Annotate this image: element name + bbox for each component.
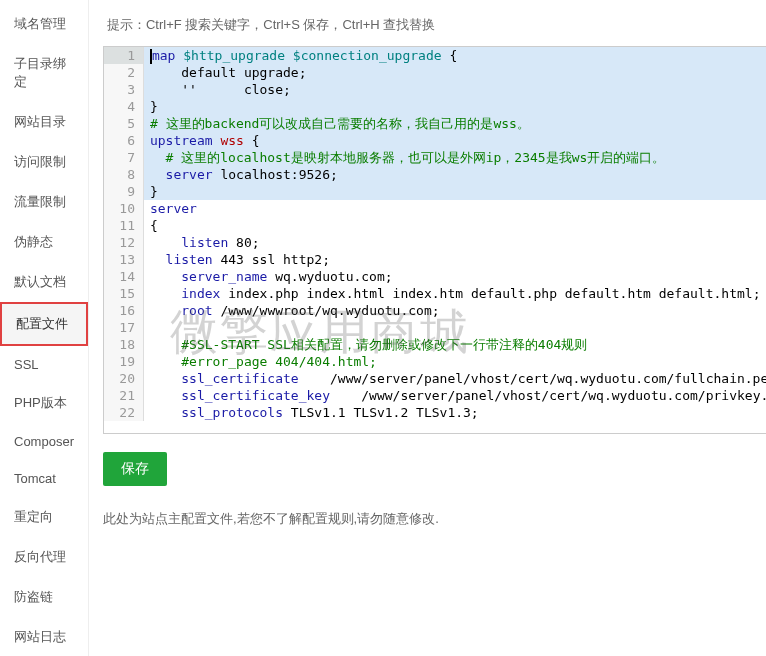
code-line[interactable]: 8 server localhost:9526; [104,166,766,183]
code-content[interactable]: #SSL-START SSL相关配置，请勿删除或修改下一行带注释的404规则 [144,336,766,353]
code-line[interactable]: 22 ssl_protocols TLSv1.1 TLSv1.2 TLSv1.3… [104,404,766,421]
code-content[interactable]: } [144,183,766,200]
code-content[interactable]: map $http_upgrade $connection_upgrade { [144,47,766,64]
sidebar-item[interactable]: 流量限制 [0,182,88,222]
line-number: 18 [104,336,144,353]
main-panel: 提示：Ctrl+F 搜索关键字，Ctrl+S 保存，Ctrl+H 查找替换 1m… [89,0,766,656]
sidebar-item[interactable]: 默认文档 [0,262,88,302]
line-number: 22 [104,404,144,421]
line-number: 9 [104,183,144,200]
line-number: 2 [104,64,144,81]
sidebar-item[interactable]: 网站目录 [0,102,88,142]
code-line[interactable]: 5# 这里的backend可以改成自己需要的名称，我自己用的是wss。 [104,115,766,132]
sidebar-item[interactable]: Tomcat [0,460,88,497]
code-content[interactable]: #error_page 404/404.html; [144,353,766,370]
sidebar: 域名管理子目录绑定网站目录访问限制流量限制伪静态默认文档配置文件SSLPHP版本… [0,0,89,656]
line-number: 11 [104,217,144,234]
code-line[interactable]: 20 ssl_certificate /www/server/panel/vho… [104,370,766,387]
code-line[interactable]: 19 #error_page 404/404.html; [104,353,766,370]
code-line[interactable]: 11{ [104,217,766,234]
code-line[interactable]: 14 server_name wq.wyduotu.com; [104,268,766,285]
code-content[interactable]: root /www/wwwroot/wq.wyduotu.com; [144,302,766,319]
footer-hint: 此处为站点主配置文件,若您不了解配置规则,请勿随意修改. [103,510,766,528]
code-content[interactable]: ssl_certificate /www/server/panel/vhost/… [144,370,766,387]
line-number: 7 [104,149,144,166]
line-number: 12 [104,234,144,251]
sidebar-item[interactable]: 配置文件 [0,302,88,346]
sidebar-item[interactable]: 防盗链 [0,577,88,617]
code-content[interactable]: } [144,98,766,115]
code-content[interactable]: index index.php index.html index.htm def… [144,285,766,302]
sidebar-item[interactable]: SSL [0,346,88,383]
sidebar-item[interactable]: PHP版本 [0,383,88,423]
line-number: 16 [104,302,144,319]
code-content[interactable]: '' close; [144,81,766,98]
code-content[interactable]: # 这里的localhost是映射本地服务器，也可以是外网ip，2345是我ws… [144,149,766,166]
line-number: 14 [104,268,144,285]
line-number: 17 [104,319,144,336]
sidebar-item[interactable]: 访问限制 [0,142,88,182]
code-line[interactable]: 21 ssl_certificate_key /www/server/panel… [104,387,766,404]
code-content[interactable]: # 这里的backend可以改成自己需要的名称，我自己用的是wss。 [144,115,766,132]
code-line[interactable]: 18 #SSL-START SSL相关配置，请勿删除或修改下一行带注释的404规… [104,336,766,353]
code-content[interactable]: upstream wss { [144,132,766,149]
line-number: 3 [104,81,144,98]
sidebar-item[interactable]: Composer [0,423,88,460]
sidebar-item[interactable]: 重定向 [0,497,88,537]
save-button[interactable]: 保存 [103,452,167,486]
line-number: 20 [104,370,144,387]
sidebar-item[interactable]: 子目录绑定 [0,44,88,102]
code-line[interactable]: 1map $http_upgrade $connection_upgrade { [104,47,766,64]
code-line[interactable]: 2 default upgrade; [104,64,766,81]
code-line[interactable]: 9} [104,183,766,200]
code-line[interactable]: 10server [104,200,766,217]
line-number: 21 [104,387,144,404]
code-line[interactable]: 4} [104,98,766,115]
code-line[interactable]: 7 # 这里的localhost是映射本地服务器，也可以是外网ip，2345是我… [104,149,766,166]
code-content[interactable]: listen 80; [144,234,766,251]
line-number: 15 [104,285,144,302]
code-line[interactable]: 16 root /www/wwwroot/wq.wyduotu.com; [104,302,766,319]
line-number: 8 [104,166,144,183]
code-line[interactable]: 15 index index.php index.html index.htm … [104,285,766,302]
sidebar-item[interactable]: 伪静态 [0,222,88,262]
line-number: 10 [104,200,144,217]
line-number: 1 [104,47,144,64]
code-content[interactable]: ssl_certificate_key /www/server/panel/vh… [144,387,766,404]
code-content[interactable] [144,319,766,336]
line-number: 4 [104,98,144,115]
code-line[interactable]: 3 '' close; [104,81,766,98]
code-content[interactable]: server [144,200,766,217]
editor-hint: 提示：Ctrl+F 搜索关键字，Ctrl+S 保存，Ctrl+H 查找替换 [103,10,766,46]
sidebar-item[interactable]: 网站日志 [0,617,88,656]
code-content[interactable]: default upgrade; [144,64,766,81]
line-number: 19 [104,353,144,370]
code-content[interactable]: ssl_protocols TLSv1.1 TLSv1.2 TLSv1.3; [144,404,766,421]
config-editor[interactable]: 1map $http_upgrade $connection_upgrade {… [103,46,766,434]
code-line[interactable]: 6upstream wss { [104,132,766,149]
code-content[interactable]: listen 443 ssl http2; [144,251,766,268]
code-line[interactable]: 12 listen 80; [104,234,766,251]
code-line[interactable]: 17 [104,319,766,336]
line-number: 5 [104,115,144,132]
sidebar-item[interactable]: 域名管理 [0,4,88,44]
sidebar-item[interactable]: 反向代理 [0,537,88,577]
code-content[interactable]: { [144,217,766,234]
code-content[interactable]: server localhost:9526; [144,166,766,183]
line-number: 13 [104,251,144,268]
line-number: 6 [104,132,144,149]
code-content[interactable]: server_name wq.wyduotu.com; [144,268,766,285]
code-line[interactable]: 13 listen 443 ssl http2; [104,251,766,268]
